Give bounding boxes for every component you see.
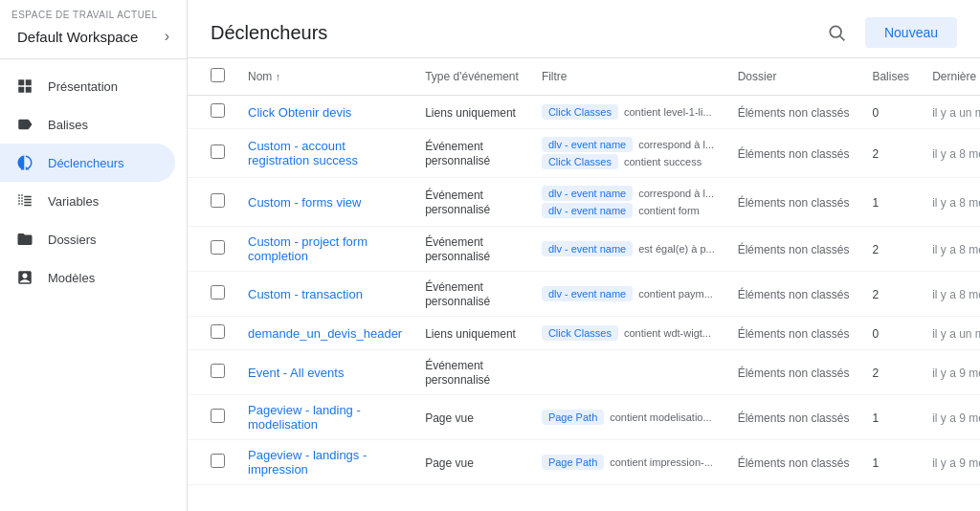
date-text: il y a 9 mois bbox=[932, 367, 980, 380]
trigger-date-cell: il y a 8 mois bbox=[921, 272, 980, 317]
trigger-name-link[interactable]: Custom - transaction bbox=[248, 287, 363, 301]
folder-icon bbox=[15, 230, 34, 249]
row-checkbox[interactable] bbox=[211, 103, 225, 118]
trigger-type-text: Liens uniquement bbox=[425, 327, 516, 341]
template-icon bbox=[15, 268, 34, 287]
row-checkbox[interactable] bbox=[211, 409, 225, 423]
trigger-name-link[interactable]: Pageview - landing - modelisation bbox=[248, 403, 361, 432]
row-checkbox[interactable] bbox=[211, 324, 225, 339]
trigger-name-link[interactable]: demande_un_devis_header bbox=[248, 326, 402, 341]
filter-chip: Click Classes bbox=[542, 325, 618, 341]
folder-text: Éléments non classés bbox=[738, 456, 850, 470]
row-checkbox-cell bbox=[188, 317, 236, 350]
table-header: Nom ↑ Type d'événement Filtre Dossier Ba… bbox=[188, 58, 980, 96]
trigger-name-cell: demande_un_devis_header bbox=[236, 317, 413, 350]
select-all-checkbox[interactable] bbox=[211, 68, 225, 82]
table-row: demande_un_devis_headerLiens uniquementC… bbox=[188, 317, 980, 350]
trigger-type-cell: Liens uniquement bbox=[413, 317, 530, 350]
trigger-name-link[interactable]: Custom - project form completion bbox=[248, 234, 368, 263]
table-row: Pageview - landing - modelisationPage vu… bbox=[188, 395, 980, 440]
row-checkbox[interactable] bbox=[211, 240, 225, 255]
row-checkbox[interactable] bbox=[211, 454, 225, 468]
trigger-name-link[interactable]: Custom - forms view bbox=[248, 195, 361, 210]
badge-count: 1 bbox=[872, 196, 879, 210]
badge-count: 2 bbox=[872, 147, 879, 161]
sidebar-item-balises[interactable]: Balises bbox=[0, 105, 175, 144]
trigger-folder-cell: Éléments non classés bbox=[726, 272, 861, 317]
filter-chip: dlv - event name bbox=[542, 286, 633, 301]
trigger-badges-cell: 1 bbox=[860, 440, 921, 485]
badge-count: 2 bbox=[872, 243, 879, 256]
row-checkbox-cell bbox=[188, 227, 236, 272]
trigger-filter-cell: dlv - event namecorrespond à l...Click C… bbox=[530, 129, 726, 178]
table-row: Custom - account registration successÉvé… bbox=[188, 129, 980, 178]
sidebar: ESPACE DE TRAVAIL ACTUEL Default Workspa… bbox=[0, 0, 188, 511]
trigger-name-link[interactable]: Pageview - landings - impression bbox=[248, 448, 367, 477]
row-checkbox[interactable] bbox=[211, 193, 225, 208]
trigger-folder-cell: Éléments non classés bbox=[726, 129, 861, 178]
trigger-date-cell: il y a 8 mois bbox=[921, 178, 980, 227]
trigger-badges-cell: 2 bbox=[860, 227, 921, 272]
trigger-filter-cell: dlv - event nameest égal(e) à p... bbox=[530, 227, 726, 272]
sidebar-item-label: Balises bbox=[48, 118, 88, 132]
badge-count: 0 bbox=[872, 327, 879, 341]
row-checkbox-cell bbox=[188, 440, 236, 485]
trigger-type-cell: Liens uniquement bbox=[413, 96, 530, 129]
filter-op: contient wdt-wigt... bbox=[624, 327, 711, 339]
date-text: il y a 9 mois bbox=[932, 456, 980, 470]
trigger-type-text: Événement personnalisé bbox=[425, 359, 490, 387]
col-select-all bbox=[188, 58, 236, 96]
row-checkbox[interactable] bbox=[211, 285, 225, 300]
row-checkbox[interactable] bbox=[211, 144, 225, 159]
trigger-name-link[interactable]: Custom - account registration success bbox=[248, 139, 358, 167]
trigger-name-cell: Custom - project form completion bbox=[236, 227, 413, 272]
sidebar-item-declencheurs[interactable]: Déclencheurs bbox=[0, 144, 175, 182]
row-checkbox[interactable] bbox=[211, 364, 225, 378]
filter-item: Page Pathcontient impression-... bbox=[542, 455, 715, 470]
filter-list: dlv - event namecontient paym... bbox=[542, 286, 715, 301]
filter-chip: dlv - event name bbox=[542, 241, 633, 256]
trigger-name-link[interactable]: Click Obtenir devis bbox=[248, 105, 351, 120]
date-text: il y a un mois bbox=[932, 106, 980, 120]
table-row: Custom - transactionÉvénement personnali… bbox=[188, 272, 980, 317]
row-checkbox-cell bbox=[188, 178, 236, 227]
trigger-date-cell: il y a 8 mois bbox=[921, 227, 980, 272]
trigger-filter-cell: dlv - event namecorrespond à l...dlv - e… bbox=[530, 178, 726, 227]
trigger-name-link[interactable]: Event - All events bbox=[248, 366, 344, 380]
workspace-name-button[interactable]: Default Workspace › bbox=[11, 24, 175, 49]
col-filter: Filtre bbox=[530, 58, 726, 96]
filter-list: Page Pathcontient impression-... bbox=[542, 455, 715, 470]
table-row: Custom - project form completionÉvénemen… bbox=[188, 227, 980, 272]
row-checkbox-cell bbox=[188, 350, 236, 395]
new-button[interactable]: Nouveau bbox=[865, 17, 957, 48]
header-actions: Nouveau bbox=[819, 15, 957, 50]
col-type: Type d'événement bbox=[413, 58, 530, 96]
trigger-filter-cell: Page Pathcontient modelisatio... bbox=[530, 395, 726, 440]
trigger-folder-cell: Éléments non classés bbox=[726, 440, 861, 485]
trigger-type-cell: Événement personnalisé bbox=[413, 178, 530, 227]
folder-text: Éléments non classés bbox=[738, 147, 850, 161]
workspace-section: ESPACE DE TRAVAIL ACTUEL Default Workspa… bbox=[0, 0, 187, 59]
sidebar-item-presentation[interactable]: Présentation bbox=[0, 67, 175, 105]
trigger-badges-cell: 2 bbox=[860, 350, 921, 395]
sidebar-item-label: Dossiers bbox=[48, 233, 97, 247]
search-button[interactable] bbox=[819, 15, 854, 50]
filter-item: Click Classescontient success bbox=[542, 154, 715, 169]
filter-item: dlv - event namecontient paym... bbox=[542, 286, 715, 301]
page-title: Déclencheurs bbox=[211, 22, 327, 44]
table-body: Click Obtenir devisLiens uniquementClick… bbox=[188, 96, 980, 485]
filter-item: Click Classescontient wdt-wigt... bbox=[542, 325, 715, 341]
sidebar-item-modeles[interactable]: Modèles bbox=[0, 258, 175, 297]
sidebar-item-variables[interactable]: Variables bbox=[0, 182, 175, 220]
filter-list: dlv - event namecorrespond à l...dlv - e… bbox=[542, 186, 715, 218]
filter-item: dlv - event namecontient form bbox=[542, 203, 715, 218]
trigger-date-cell: il y a 9 mois bbox=[921, 440, 980, 485]
row-checkbox-cell bbox=[188, 272, 236, 317]
sidebar-item-dossiers[interactable]: Dossiers bbox=[0, 220, 175, 258]
filter-op: est égal(e) à p... bbox=[638, 243, 715, 255]
filter-chip: Page Path bbox=[542, 455, 604, 470]
date-text: il y a 8 mois bbox=[932, 147, 980, 161]
filter-op: contient impression-... bbox=[610, 456, 713, 468]
trigger-type-text: Événement personnalisé bbox=[425, 189, 490, 216]
trigger-badges-cell: 1 bbox=[860, 178, 921, 227]
